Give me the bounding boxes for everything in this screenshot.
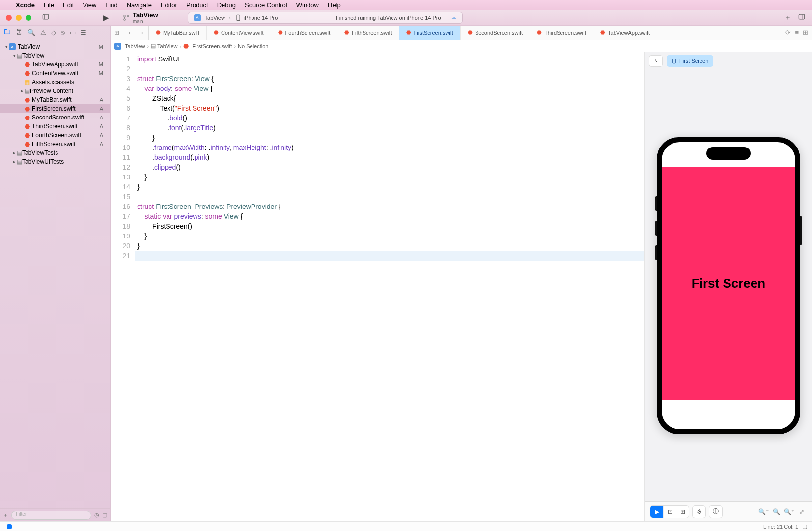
run-button[interactable]: ▶ xyxy=(103,13,109,22)
tab-firstscreen-swift[interactable]: ⬣FirstScreen.swift xyxy=(399,26,461,40)
zoom-in-button[interactable]: 🔍⁺ xyxy=(784,506,794,517)
activity-viewer[interactable]: A TabView › iPhone 14 Pro Finished runni… xyxy=(188,12,463,24)
menu-view[interactable]: View xyxy=(83,1,96,9)
code-line-21[interactable] xyxy=(135,251,644,261)
issue-navigator-icon[interactable]: ⚠ xyxy=(40,29,46,36)
tree-row-mytabbar-swift[interactable]: ⬣MyTabBar.swiftA xyxy=(0,95,110,104)
filter-scope-icon[interactable]: ◷ xyxy=(94,512,99,518)
tree-row-secondscreen-swift[interactable]: ⬣SecondScreen.swiftA xyxy=(0,113,110,122)
menu-file[interactable]: File xyxy=(44,1,54,9)
code-line-4[interactable]: var body: some View { xyxy=(135,84,644,93)
menu-help[interactable]: Help xyxy=(328,1,341,9)
tab-tabviewapp-swift[interactable]: ⬣TabViewApp.swift xyxy=(593,26,657,40)
debug-area-toggle[interactable] xyxy=(7,524,12,529)
zoom-fit-button[interactable]: ⤢ xyxy=(796,506,807,517)
menu-edit[interactable]: Edit xyxy=(63,1,74,9)
scheme-selector[interactable]: TabView main xyxy=(123,11,158,24)
selectable-button[interactable]: ⊡ xyxy=(663,506,676,518)
code-line-12[interactable]: .clipped() xyxy=(135,162,644,172)
menu-window[interactable]: Window xyxy=(296,1,319,9)
test-navigator-icon[interactable]: ◇ xyxy=(51,29,56,36)
adjust-editor-icon[interactable]: ≡ xyxy=(795,29,799,36)
tree-row-contentview-swift[interactable]: ⬣ContentView.swiftM xyxy=(0,69,110,78)
canvas-device-area[interactable]: First Screen xyxy=(645,70,812,502)
code-line-9[interactable]: } xyxy=(135,133,644,143)
add-file-button[interactable]: ＋ xyxy=(3,511,8,519)
variants-button[interactable]: ⊞ xyxy=(676,506,689,518)
code-content[interactable]: import SwiftUIstruct FirstScreen: View {… xyxy=(135,52,644,521)
code-line-6[interactable]: Text("First Screen") xyxy=(135,103,644,113)
tree-row-preview-content[interactable]: ▸▤ Preview Content xyxy=(0,87,110,95)
toggle-navigator-icon[interactable] xyxy=(42,13,49,22)
code-line-11[interactable]: .background(.pink) xyxy=(135,152,644,162)
tab-secondscreen-swift[interactable]: ⬣SecondScreen.swift xyxy=(461,26,530,40)
tab-mytabbar-swift[interactable]: ⬣MyTabBar.swift xyxy=(149,26,207,40)
code-line-16[interactable]: struct FirstScreen_Previews: PreviewProv… xyxy=(135,202,644,211)
tab-thirdscreen-swift[interactable]: ⬣ThirdScreen.swift xyxy=(530,26,593,40)
code-line-13[interactable]: } xyxy=(135,172,644,182)
back-button[interactable]: ‹ xyxy=(123,26,136,40)
tree-row-tabview[interactable]: ▾ATabViewM xyxy=(0,42,110,51)
library-button[interactable] xyxy=(798,13,805,22)
zoom-out-button[interactable]: 🔍⁻ xyxy=(758,506,769,517)
forward-button[interactable]: › xyxy=(136,26,149,40)
tree-row-fourthscreen-swift[interactable]: ⬣FourthScreen.swiftA xyxy=(0,131,110,140)
menu-product[interactable]: Product xyxy=(186,1,208,9)
tree-row-tabviewuitests[interactable]: ▸▤ TabViewUITests xyxy=(0,157,110,166)
navigator-filter-input[interactable]: Filter xyxy=(11,511,91,520)
source-control-navigator-icon[interactable] xyxy=(16,29,23,37)
code-line-1[interactable]: import SwiftUI xyxy=(135,54,644,64)
debug-navigator-icon[interactable]: ⎋ xyxy=(61,29,65,36)
refresh-icon[interactable]: ⟳ xyxy=(785,29,791,36)
zoom-actual-button[interactable]: 🔍 xyxy=(771,506,782,517)
breakpoint-navigator-icon[interactable]: ▭ xyxy=(70,29,76,36)
related-items-icon[interactable]: ⊞ xyxy=(111,26,123,40)
minimap-toggle-icon[interactable]: ▢ xyxy=(802,523,807,530)
canvas-mode-segment[interactable]: ▶ ⊡ ⊞ xyxy=(650,505,689,518)
tab-fifthscreen-swift[interactable]: ⬣FifthScreen.swift xyxy=(337,26,399,40)
live-preview-button[interactable]: ▶ xyxy=(650,506,663,518)
disclosure-triangle[interactable]: ▸ xyxy=(12,159,17,164)
disclosure-triangle[interactable]: ▸ xyxy=(12,150,17,155)
tree-row-tabviewtests[interactable]: ▸▤ TabViewTests xyxy=(0,148,110,157)
code-line-17[interactable]: static var previews: some View { xyxy=(135,211,644,221)
menu-debug[interactable]: Debug xyxy=(217,1,236,9)
tab-contentview-swift[interactable]: ⬣ContentView.swift xyxy=(207,26,271,40)
disclosure-triangle[interactable]: ▾ xyxy=(4,44,9,49)
disclosure-triangle[interactable]: ▾ xyxy=(12,53,17,58)
report-navigator-icon[interactable]: ☰ xyxy=(81,29,86,36)
code-line-18[interactable]: FirstScreen() xyxy=(135,221,644,231)
pin-preview-button[interactable] xyxy=(649,55,663,67)
menu-navigate[interactable]: Navigate xyxy=(127,1,152,9)
code-line-7[interactable]: .bold() xyxy=(135,113,644,123)
menu-source-control[interactable]: Source Control xyxy=(245,1,287,9)
code-line-19[interactable]: } xyxy=(135,231,644,241)
symbol-navigator-icon[interactable]: 🔍 xyxy=(28,29,35,36)
add-button[interactable]: ＋ xyxy=(784,13,791,22)
menu-editor[interactable]: Editor xyxy=(161,1,177,9)
code-line-5[interactable]: ZStack{ xyxy=(135,93,644,103)
tree-row-thirdscreen-swift[interactable]: ⬣ThirdScreen.swiftA xyxy=(0,122,110,131)
code-line-2[interactable] xyxy=(135,64,644,74)
code-line-20[interactable]: } xyxy=(135,241,644,251)
code-line-10[interactable]: .frame(maxWidth: .infinity, maxHeight: .… xyxy=(135,143,644,152)
minimize-window-button[interactable] xyxy=(16,15,22,21)
tree-row-firstscreen-swift[interactable]: ⬣FirstScreen.swiftA xyxy=(0,104,110,113)
tree-row-fifthscreen-swift[interactable]: ⬣FifthScreen.swiftA xyxy=(0,140,110,148)
tab-fourthscreen-swift[interactable]: ⬣FourthScreen.swift xyxy=(271,26,338,40)
editor-breadcrumb[interactable]: ATabView › ▤ TabView › ⬣FirstScreen.swif… xyxy=(111,40,812,52)
device-selector[interactable]: iPhone 14 Pro xyxy=(235,14,278,21)
device-settings-button[interactable]: ⚙ xyxy=(692,505,706,518)
code-line-14[interactable]: } xyxy=(135,182,644,192)
preview-selector-chip[interactable]: First Screen xyxy=(667,55,713,67)
app-name[interactable]: Xcode xyxy=(16,1,35,9)
tree-row-assets-xcassets[interactable]: ▦ Assets.xcassets xyxy=(0,78,110,87)
add-editor-icon[interactable]: ⊞ xyxy=(803,29,808,36)
code-line-8[interactable]: .font(.largeTitle) xyxy=(135,123,644,133)
project-navigator-icon[interactable] xyxy=(4,29,11,37)
code-line-3[interactable]: struct FirstScreen: View { xyxy=(135,74,644,84)
code-line-15[interactable] xyxy=(135,192,644,202)
file-tree[interactable]: ▾ATabViewM▾▤ TabView⬣TabViewApp.swiftM⬣C… xyxy=(0,40,110,508)
editor-scrollbar[interactable] xyxy=(638,52,644,521)
tree-row-tabview[interactable]: ▾▤ TabView xyxy=(0,51,110,60)
